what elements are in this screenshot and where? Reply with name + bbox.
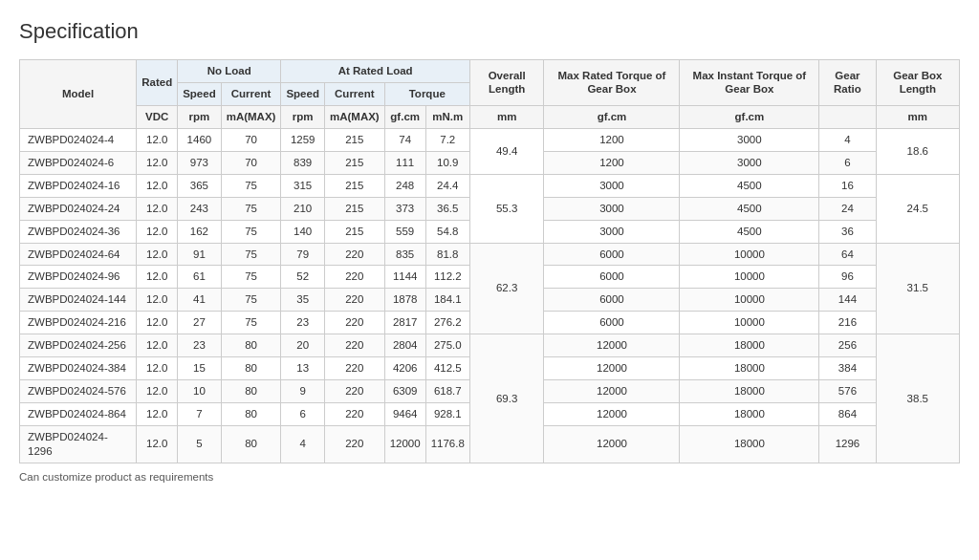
table-row: ZWBPD024024-6 [20, 151, 137, 174]
table-cell: 27 [178, 312, 222, 334]
table-row: ZWBPD024024-216 [20, 312, 137, 334]
table-cell: 61 [178, 266, 222, 289]
table-cell: 315 [281, 174, 325, 197]
table-cell: 10 [178, 380, 222, 403]
table-row: ZWBPD024024-96 [20, 266, 137, 289]
table-cell: 6000 [544, 266, 680, 289]
table-cell: 1200 [544, 128, 680, 151]
table-cell: 13 [281, 357, 325, 380]
overall-length-cell: 55.3 [469, 174, 544, 243]
table-cell: 220 [324, 357, 384, 380]
table-cell: 559 [384, 220, 425, 243]
table-cell: 12000 [544, 403, 680, 426]
table-cell: 74 [384, 128, 425, 151]
table-cell: 3000 [680, 128, 819, 151]
col-unit-mnm: mN.m [425, 105, 469, 128]
table-cell: 12000 [544, 357, 680, 380]
col-unit-mamax-load: mA(MAX) [324, 105, 384, 128]
col-header-current-load: Current [324, 82, 384, 105]
table-cell: 12000 [384, 426, 425, 463]
col-unit-vdc: VDC [137, 105, 178, 128]
table-cell: 12.0 [137, 426, 178, 463]
table-cell: 80 [221, 380, 281, 403]
col-unit-rpm-load: rpm [281, 105, 325, 128]
table-cell: 4 [819, 128, 876, 151]
table-row: ZWBPD024024-64 [20, 243, 137, 266]
table-cell: 12.0 [137, 174, 178, 197]
table-cell: 144 [819, 289, 876, 312]
overall-length-cell: 49.4 [469, 128, 544, 174]
table-cell: 365 [178, 174, 222, 197]
table-cell: 3000 [680, 151, 819, 174]
table-cell: 75 [221, 174, 281, 197]
table-cell: 80 [221, 334, 281, 357]
table-cell: 1176.8 [425, 426, 469, 463]
table-cell: 12000 [544, 334, 680, 357]
table-cell: 3000 [544, 220, 680, 243]
table-cell: 10000 [680, 289, 819, 312]
table-cell: 80 [221, 403, 281, 426]
table-cell: 18000 [680, 426, 819, 463]
table-cell: 12.0 [137, 289, 178, 312]
table-cell: 12.0 [137, 220, 178, 243]
table-cell: 220 [324, 380, 384, 403]
table-cell: 4500 [680, 197, 819, 220]
table-row: ZWBPD024024-576 [20, 380, 137, 403]
col-unit-gear-ratio-blank [819, 105, 876, 128]
table-cell: 184.1 [425, 289, 469, 312]
table-cell: 7.2 [425, 128, 469, 151]
table-cell: 111 [384, 151, 425, 174]
table-cell: 373 [384, 197, 425, 220]
col-header-speed-load: Speed [281, 82, 325, 105]
table-cell: 112.2 [425, 266, 469, 289]
table-cell: 12.0 [137, 266, 178, 289]
col-unit-mm-gear: mm [876, 105, 959, 128]
table-cell: 220 [324, 334, 384, 357]
table-cell: 215 [324, 197, 384, 220]
table-cell: 973 [178, 151, 222, 174]
table-cell: 220 [324, 426, 384, 463]
table-cell: 1144 [384, 266, 425, 289]
table-cell: 412.5 [425, 357, 469, 380]
table-cell: 35 [281, 289, 325, 312]
table-cell: 70 [221, 128, 281, 151]
table-cell: 216 [819, 312, 876, 334]
table-cell: 12000 [544, 380, 680, 403]
table-cell: 15 [178, 357, 222, 380]
col-header-gearratio: Gear Ratio [819, 60, 876, 106]
table-cell: 276.2 [425, 312, 469, 334]
table-cell: 41 [178, 289, 222, 312]
gearbox-length-cell: 24.5 [876, 174, 959, 243]
table-cell: 6000 [544, 243, 680, 266]
table-cell: 75 [221, 243, 281, 266]
table-row: ZWBPD024024-256 [20, 334, 137, 357]
table-cell: 12.0 [137, 128, 178, 151]
table-cell: 10000 [680, 312, 819, 334]
table-cell: 75 [221, 220, 281, 243]
table-row: ZWBPD024024-36 [20, 220, 137, 243]
table-cell: 70 [221, 151, 281, 174]
table-cell: 215 [324, 151, 384, 174]
table-cell: 220 [324, 403, 384, 426]
col-unit-gfcm-inst: gf.cm [680, 105, 819, 128]
table-cell: 52 [281, 266, 325, 289]
table-cell: 12.0 [137, 243, 178, 266]
table-cell: 1296 [819, 426, 876, 463]
table-cell: 256 [819, 334, 876, 357]
table-cell: 6 [819, 151, 876, 174]
table-cell: 24.4 [425, 174, 469, 197]
table-row: ZWBPD024024-24 [20, 197, 137, 220]
table-cell: 243 [178, 197, 222, 220]
table-cell: 248 [384, 174, 425, 197]
table-cell: 6309 [384, 380, 425, 403]
table-cell: 91 [178, 243, 222, 266]
table-cell: 2817 [384, 312, 425, 334]
col-header-ratedload: At Rated Load [281, 60, 469, 83]
col-header-speed: Speed [178, 82, 222, 105]
col-header-maxinst: Max Instant Torque of Gear Box [680, 60, 819, 106]
table-cell: 2804 [384, 334, 425, 357]
table-cell: 215 [324, 128, 384, 151]
table-cell: 220 [324, 312, 384, 334]
table-cell: 36.5 [425, 197, 469, 220]
table-cell: 1200 [544, 151, 680, 174]
